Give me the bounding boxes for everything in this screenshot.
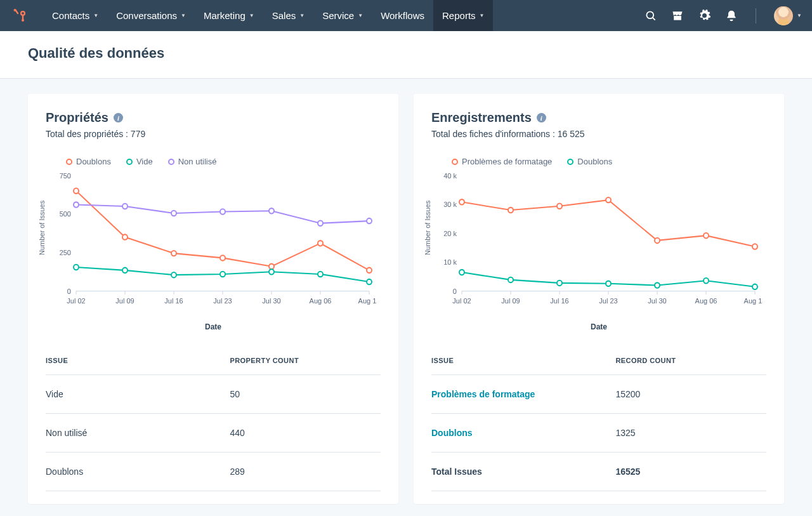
svg-point-3 (22, 19, 24, 22)
issue-cell: Vide (46, 375, 230, 414)
account-menu[interactable]: ▼ (774, 6, 802, 25)
svg-point-73 (655, 238, 660, 243)
x-axis-label: Date (46, 322, 381, 331)
chevron-down-icon: ▼ (480, 13, 485, 18)
svg-text:Jul 23: Jul 23 (599, 296, 617, 304)
svg-point-28 (74, 188, 79, 193)
nav-item-marketing[interactable]: Marketing▼ (195, 0, 263, 31)
svg-point-6 (646, 11, 653, 18)
svg-point-32 (269, 264, 274, 269)
svg-text:500: 500 (60, 210, 71, 218)
svg-point-44 (171, 211, 176, 216)
chart-legend: Doublons Vide Non utilisé (66, 157, 381, 166)
svg-point-34 (367, 268, 372, 273)
card-title-text: Propriétés (46, 110, 108, 125)
svg-text:Aug 13: Aug 13 (744, 296, 763, 304)
card-title: Propriétés i (46, 110, 381, 125)
svg-text:0: 0 (67, 288, 71, 295)
properties-card: Propriétés i Total des propriétés : 779 … (28, 94, 398, 504)
issue-cell: Non utilisé (46, 414, 230, 453)
y-axis-label: Number of Issues (38, 201, 46, 255)
svg-text:10 k: 10 k (443, 258, 457, 266)
chevron-down-icon: ▼ (358, 13, 363, 18)
top-nav: Contacts▼Conversations▼Marketing▼Sales▼S… (0, 0, 812, 31)
records-table: ISSUE RECORD COUNT Problèmes de formatag… (431, 357, 766, 491)
svg-point-42 (74, 202, 79, 207)
y-axis-label: Number of Issues (424, 201, 431, 255)
issue-cell[interactable]: Problèmes de formatage (431, 375, 615, 414)
nav-item-conversations[interactable]: Conversations▼ (107, 0, 195, 31)
svg-text:Aug 06: Aug 06 (310, 296, 332, 304)
svg-text:750: 750 (60, 171, 71, 179)
search-icon[interactable] (645, 10, 657, 22)
content-area: Propriétés i Total des propriétés : 779 … (0, 79, 812, 516)
svg-text:Jul 23: Jul 23 (213, 296, 232, 304)
svg-text:Jul 09: Jul 09 (115, 296, 134, 304)
nav-item-label: Workflows (381, 10, 424, 21)
svg-text:Jul 16: Jul 16 (550, 296, 568, 304)
legend-item[interactable]: Non utilisé (168, 157, 217, 166)
svg-point-33 (318, 241, 323, 246)
svg-point-81 (704, 278, 709, 283)
chart-legend: Problèmes de formatage Doublons (452, 157, 766, 166)
svg-point-37 (171, 272, 176, 277)
hubspot-logo-icon[interactable] (13, 8, 28, 23)
issue-cell: Doublons (46, 453, 230, 491)
nav-item-label: Contacts (52, 10, 89, 21)
table-row: Total Issues16525 (431, 453, 766, 491)
info-icon[interactable]: i (114, 113, 123, 122)
svg-point-77 (508, 277, 513, 282)
svg-point-43 (122, 204, 128, 209)
table-row: Problèmes de formatage15200 (431, 375, 766, 414)
legend-item[interactable]: Doublons (567, 157, 612, 166)
svg-text:Aug 13: Aug 13 (358, 296, 377, 304)
count-cell: 50 (230, 375, 381, 414)
chevron-down-icon: ▼ (93, 13, 98, 18)
svg-point-47 (318, 221, 323, 226)
svg-text:30 k: 30 k (443, 201, 457, 208)
table-row: Non utilisé440 (46, 414, 381, 453)
issue-cell[interactable]: Doublons (431, 414, 615, 453)
col-header: ISSUE (46, 357, 230, 375)
issue-cell: Total Issues (431, 453, 615, 491)
legend-item[interactable]: Doublons (66, 157, 111, 166)
nav-item-label: Marketing (204, 10, 246, 21)
nav-item-reports[interactable]: Reports▼ (433, 0, 493, 31)
chevron-down-icon: ▼ (249, 13, 254, 18)
svg-point-70 (508, 208, 513, 213)
svg-point-36 (122, 268, 128, 273)
nav-item-label: Conversations (116, 10, 177, 21)
count-cell: 16525 (615, 453, 766, 491)
svg-point-76 (459, 270, 464, 275)
nav-item-workflows[interactable]: Workflows (372, 0, 433, 31)
col-header: RECORD COUNT (615, 357, 766, 375)
gear-icon[interactable] (698, 9, 711, 22)
marketplace-icon[interactable] (671, 10, 684, 22)
svg-text:Jul 02: Jul 02 (67, 296, 85, 304)
nav-item-label: Reports (442, 10, 476, 21)
svg-point-40 (318, 272, 323, 277)
svg-point-79 (606, 281, 611, 286)
nav-utilities: ▼ (645, 6, 802, 25)
svg-point-35 (74, 265, 79, 270)
svg-text:Jul 30: Jul 30 (648, 296, 666, 304)
nav-item-sales[interactable]: Sales▼ (263, 0, 313, 31)
bell-icon[interactable] (725, 10, 738, 22)
svg-text:Aug 06: Aug 06 (695, 296, 717, 304)
nav-item-service[interactable]: Service▼ (313, 0, 372, 31)
svg-point-80 (655, 282, 660, 288)
info-icon[interactable]: i (537, 113, 546, 122)
page-header: Qualité des données (0, 31, 812, 79)
table-row: Doublons1325 (431, 414, 766, 453)
svg-text:0: 0 (453, 288, 457, 295)
legend-item[interactable]: Problèmes de formatage (452, 157, 552, 166)
avatar (774, 6, 793, 25)
count-cell: 289 (230, 453, 381, 491)
legend-item[interactable]: Vide (126, 157, 153, 166)
properties-table: ISSUE PROPERTY COUNT Vide50Non utilisé44… (46, 357, 381, 491)
nav-item-contacts[interactable]: Contacts▼ (43, 0, 107, 31)
chart-container: Number of Issues 0250500750Jul 02Jul 09J… (47, 170, 377, 322)
chevron-down-icon: ▼ (299, 13, 304, 18)
svg-point-31 (220, 255, 225, 260)
count-cell: 15200 (615, 375, 766, 414)
